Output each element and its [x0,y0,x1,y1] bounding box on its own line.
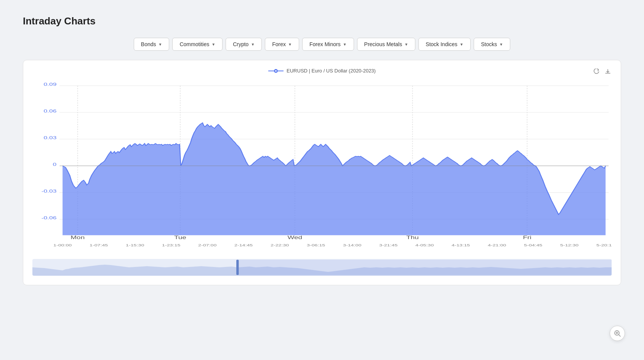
nav-tab-label-stocks: Stocks [481,41,497,47]
svg-text:Tue: Tue [174,235,186,240]
svg-text:0.06: 0.06 [43,109,56,113]
chevron-down-icon: ▼ [460,42,463,47]
nav-tab-label-forex: Forex [272,41,286,47]
svg-text:4-13:15: 4-13:15 [452,243,470,247]
svg-text:0.03: 0.03 [43,135,56,140]
minimap-svg [32,259,612,276]
svg-text:-0.03: -0.03 [42,189,57,193]
svg-text:Wed: Wed [287,235,302,240]
chevron-down-icon: ▼ [251,42,255,47]
svg-text:2-14:45: 2-14:45 [234,243,253,247]
download-button[interactable] [604,68,612,77]
nav-tab-crypto[interactable]: Crypto▼ [226,38,262,51]
svg-text:0: 0 [53,162,57,167]
nav-tab-label-stock-indices: Stock Indices [426,41,457,47]
svg-rect-42 [236,260,239,275]
svg-text:-0.06: -0.06 [42,215,57,220]
svg-text:3-06:15: 3-06:15 [307,243,325,247]
nav-tab-label-crypto: Crypto [233,41,248,47]
svg-text:Thu: Thu [406,235,419,240]
nav-tab-bonds[interactable]: Bonds▼ [134,38,170,51]
svg-text:4-05:30: 4-05:30 [415,243,434,247]
svg-text:1-15:30: 1-15:30 [126,243,144,247]
nav-tab-label-precious-metals: Precious Metals [364,41,402,47]
svg-rect-41 [237,260,612,275]
svg-text:1-00:00: 1-00:00 [53,243,72,247]
svg-text:3-21:45: 3-21:45 [379,243,398,247]
svg-text:2-07:00: 2-07:00 [198,243,217,247]
minimap-area[interactable] [32,259,612,276]
svg-text:5-04:45: 5-04:45 [524,243,543,247]
chevron-down-icon: ▼ [343,42,347,47]
page-container: Intraday Charts Bonds▼Commotities▼Crypto… [0,0,644,301]
nav-tab-label-forex-minors: Forex Minors [309,41,341,47]
nav-tab-precious-metals[interactable]: Precious Metals▼ [357,38,416,51]
nav-tab-commotities[interactable]: Commotities▼ [172,38,223,51]
chart-actions [593,68,612,77]
chevron-down-icon: ▼ [211,42,215,47]
chevron-down-icon: ▼ [288,42,292,47]
svg-text:3-14:00: 3-14:00 [343,243,362,247]
nav-tab-label-bonds: Bonds [141,41,156,47]
svg-text:4-21:00: 4-21:00 [488,243,506,247]
chart-header: EURUSD | Euro / US Dollar (2020-2023) [32,68,612,74]
refresh-button[interactable] [593,68,600,77]
svg-text:0.09: 0.09 [43,82,56,87]
svg-line-45 [619,335,620,336]
svg-text:5-12:30: 5-12:30 [560,243,579,247]
svg-text:Mon: Mon [70,235,85,240]
chart-area: 0.09 0.06 0.03 0 -0.03 -0.06 Mon Tue [32,80,612,255]
nav-tabs: Bonds▼Commotities▼Crypto▼Forex▼Forex Min… [23,38,621,51]
chevron-down-icon: ▼ [159,42,162,47]
svg-text:1-07:45: 1-07:45 [90,243,108,247]
svg-text:2-22:30: 2-22:30 [271,243,289,247]
svg-text:5-20:15: 5-20:15 [596,243,612,247]
nav-tab-forex-minors[interactable]: Forex Minors▼ [302,38,354,51]
chevron-down-icon: ▼ [404,42,408,47]
svg-text:Fri: Fri [523,235,531,240]
chart-legend-label: EURUSD | Euro / US Dollar (2020-2023) [287,68,376,74]
page-title: Intraday Charts [23,15,621,27]
chart-card: EURUSD | Euro / US Dollar (2020-2023) [23,60,621,285]
nav-tab-stock-indices[interactable]: Stock Indices▼ [418,38,471,51]
nav-tab-forex[interactable]: Forex▼ [265,38,299,51]
svg-text:1-23:15: 1-23:15 [162,243,181,247]
zoom-button[interactable] [610,326,625,341]
nav-tab-stocks[interactable]: Stocks▼ [474,38,510,51]
chevron-down-icon: ▼ [499,42,503,47]
chart-legend: EURUSD | Euro / US Dollar (2020-2023) [268,68,376,74]
chart-svg: 0.09 0.06 0.03 0 -0.03 -0.06 Mon Tue [32,80,612,255]
nav-tab-label-commotities: Commotities [179,41,209,47]
